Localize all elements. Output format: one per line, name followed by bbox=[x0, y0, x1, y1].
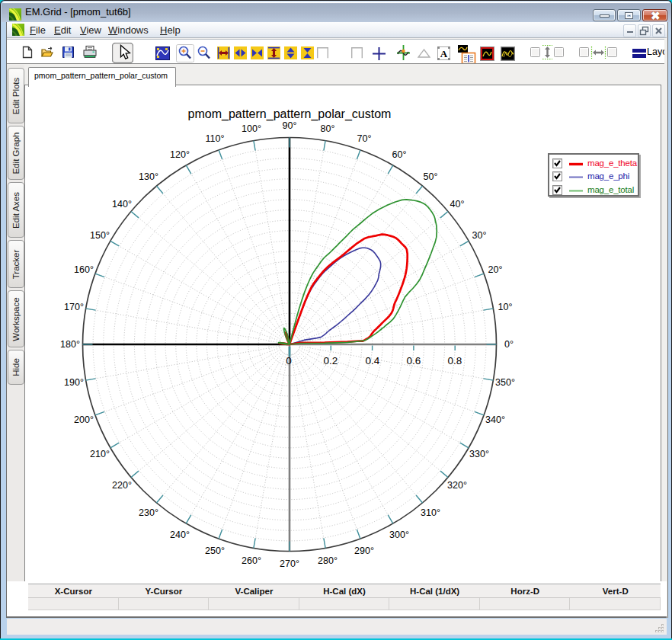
svg-text:240°: 240° bbox=[170, 530, 190, 540]
svg-text:0.2: 0.2 bbox=[324, 355, 338, 366]
svg-text:280°: 280° bbox=[318, 555, 338, 566]
svg-text:A: A bbox=[440, 48, 448, 59]
svg-text:40°: 40° bbox=[450, 199, 465, 210]
svg-text:190°: 190° bbox=[64, 377, 84, 388]
svg-text:220°: 220° bbox=[112, 480, 132, 491]
svg-text:260°: 260° bbox=[242, 555, 261, 566]
svg-text:80°: 80° bbox=[321, 123, 335, 134]
svg-text:pmom_pattern_pattern_polar_cus: pmom_pattern_pattern_polar_custom bbox=[188, 107, 392, 121]
svg-text:70°: 70° bbox=[357, 133, 372, 144]
svg-text:0.6: 0.6 bbox=[407, 355, 421, 366]
svg-text:350°: 350° bbox=[495, 377, 515, 388]
svg-text:60°: 60° bbox=[392, 149, 407, 160]
svg-text:140°: 140° bbox=[112, 199, 132, 210]
svg-text:180°: 180° bbox=[60, 339, 80, 350]
svg-text:290°: 290° bbox=[354, 546, 374, 556]
svg-text:160°: 160° bbox=[74, 264, 94, 275]
svg-text:310°: 310° bbox=[421, 507, 440, 518]
svg-text:20°: 20° bbox=[488, 264, 503, 275]
svg-text:10°: 10° bbox=[498, 302, 513, 312]
svg-text:320°: 320° bbox=[447, 480, 467, 491]
svg-text:100°: 100° bbox=[242, 123, 261, 134]
svg-text:330°: 330° bbox=[469, 449, 489, 459]
svg-text:340°: 340° bbox=[485, 414, 505, 425]
svg-text:0: 0 bbox=[286, 355, 292, 366]
svg-text:210°: 210° bbox=[90, 449, 110, 459]
svg-text:130°: 130° bbox=[139, 171, 158, 182]
svg-text:50°: 50° bbox=[424, 171, 438, 182]
svg-text:0.4: 0.4 bbox=[366, 355, 380, 366]
svg-text:270°: 270° bbox=[280, 558, 299, 569]
svg-text:120°: 120° bbox=[170, 149, 190, 160]
svg-text:250°: 250° bbox=[205, 546, 225, 556]
svg-text:110°: 110° bbox=[206, 133, 225, 144]
svg-text:150°: 150° bbox=[90, 230, 110, 241]
svg-text:30°: 30° bbox=[472, 230, 487, 241]
svg-text:200°: 200° bbox=[74, 414, 94, 425]
svg-text:0°: 0° bbox=[504, 339, 514, 350]
svg-text:90°: 90° bbox=[283, 120, 297, 131]
svg-text:170°: 170° bbox=[64, 302, 84, 312]
svg-text:0.8: 0.8 bbox=[448, 355, 462, 366]
svg-text:300°: 300° bbox=[389, 530, 409, 540]
svg-text:230°: 230° bbox=[139, 507, 158, 518]
